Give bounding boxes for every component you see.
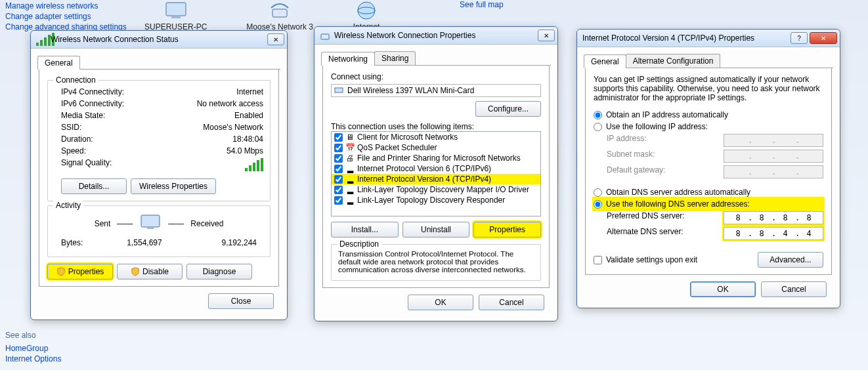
- link-see-full-map[interactable]: See full map: [460, 0, 504, 9]
- value-bytes-received: 9,192,244: [182, 238, 257, 247]
- ok-button[interactable]: OK: [690, 281, 756, 297]
- validate-checkbox[interactable]: [594, 256, 602, 264]
- wireless-properties-button[interactable]: Wireless Properties: [131, 178, 216, 194]
- label-ip-address: IP address:: [607, 134, 646, 147]
- label-speed: Speed:: [61, 146, 86, 155]
- protocol-icon: ▂: [345, 175, 355, 184]
- tab-general[interactable]: General: [37, 56, 80, 70]
- preferred-dns-field[interactable]: 8.8.8.8: [724, 211, 823, 224]
- radio-auto-dns[interactable]: [594, 188, 602, 197]
- window-connection-status: Wireless Network Connection Status ✕ Gen…: [30, 30, 288, 320]
- cancel-button[interactable]: Cancel: [479, 295, 544, 310]
- shield-icon: [56, 267, 66, 276]
- item-checkbox[interactable]: [334, 186, 343, 194]
- value-ipv6: No network access: [197, 99, 263, 108]
- close-icon[interactable]: ✕: [538, 30, 555, 41]
- tab-networking[interactable]: Networking: [321, 52, 375, 66]
- items-listbox[interactable]: 🖥Client for Microsoft Networks 📅QoS Pack…: [331, 131, 541, 216]
- list-item[interactable]: 🖥Client for Microsoft Networks: [332, 132, 540, 142]
- item-properties-button[interactable]: Properties: [473, 222, 541, 237]
- label-alternate-dns: Alternate DNS server:: [607, 227, 684, 240]
- see-also-heading: See also: [5, 331, 61, 340]
- protocol-icon: ▂: [345, 195, 355, 205]
- cancel-button[interactable]: Cancel: [761, 281, 827, 297]
- window-title: Wireless Network Connection Properties: [334, 31, 536, 40]
- group-activity: Activity: [53, 201, 83, 210]
- see-also: See also HomeGroup Internet Options: [5, 331, 61, 365]
- item-label: QoS Packet Scheduler: [357, 143, 437, 152]
- item-checkbox[interactable]: [334, 133, 343, 142]
- alternate-dns-field[interactable]: 8.8.4.4: [724, 227, 823, 240]
- item-label: Internet Protocol Version 4 (TCP/IPv4): [357, 175, 491, 184]
- value-duration: 18:48:04: [232, 134, 263, 144]
- value-signal-quality: [245, 158, 263, 173]
- label-gateway: Default gateway:: [607, 165, 665, 178]
- ok-button[interactable]: OK: [408, 295, 473, 310]
- close-icon[interactable]: ✕: [810, 32, 837, 44]
- close-button[interactable]: Close: [208, 293, 274, 309]
- item-label: Internet Protocol Version 6 (TCP/IPv6): [357, 164, 491, 173]
- configure-button[interactable]: Configure...: [475, 101, 541, 117]
- tab-general[interactable]: General: [584, 54, 626, 68]
- svg-rect-2: [272, 9, 287, 17]
- description-text: Transmission Control Protocol/Internet P…: [338, 250, 534, 274]
- label-static-dns: Use the following DNS server addresses:: [606, 199, 750, 209]
- label-sent: Sent: [95, 219, 111, 228]
- properties-button[interactable]: Properties: [47, 264, 113, 279]
- item-checkbox[interactable]: [334, 175, 343, 184]
- svg-rect-5: [141, 215, 160, 227]
- svg-rect-0: [166, 3, 186, 16]
- link-change-adapter[interactable]: Change adapter settings: [5, 12, 127, 21]
- list-item[interactable]: ▂Internet Protocol Version 6 (TCP/IPv6): [332, 163, 540, 174]
- window-connection-properties: Wireless Network Connection Properties ✕…: [314, 26, 558, 321]
- tab-sharing[interactable]: Sharing: [374, 51, 416, 65]
- item-checkbox[interactable]: [334, 144, 343, 152]
- label-validate: Validate settings upon exit: [606, 255, 697, 264]
- list-item[interactable]: 📅QoS Packet Scheduler: [332, 142, 540, 153]
- label-items: This connection uses the following items…: [331, 122, 541, 131]
- label-preferred-dns: Preferred DNS server:: [607, 211, 685, 224]
- disable-button[interactable]: Disable: [117, 264, 183, 279]
- label-ipv6: IPv6 Connectivity:: [61, 99, 124, 108]
- advanced-button[interactable]: Advanced...: [758, 252, 823, 268]
- list-item[interactable]: 🖨File and Printer Sharing for Microsoft …: [332, 153, 540, 163]
- list-item[interactable]: ▂Link-Layer Topology Discovery Responder: [332, 195, 540, 205]
- component-icon: 📅: [345, 143, 355, 152]
- shield-icon: [131, 267, 140, 276]
- value-ssid: Moose's Network: [203, 123, 263, 132]
- label-static-ip: Use the following IP address:: [606, 122, 708, 131]
- details-button[interactable]: Details...: [61, 178, 127, 194]
- svg-point-3: [358, 2, 375, 19]
- nav-links: Manage wireless networks Change adapter …: [5, 0, 127, 33]
- radio-auto-ip[interactable]: [594, 111, 602, 119]
- item-checkbox[interactable]: [334, 165, 343, 173]
- list-item[interactable]: ▂Link-Layer Topology Discovery Mapper I/…: [332, 184, 540, 195]
- close-icon[interactable]: ✕: [267, 33, 284, 45]
- help-button[interactable]: ?: [791, 32, 808, 44]
- intro-text: You can get IP settings assigned automat…: [594, 75, 823, 102]
- value-speed: 54.0 Mbps: [227, 146, 263, 155]
- link-manage-wireless[interactable]: Manage wireless networks: [5, 1, 127, 10]
- tab-alternate[interactable]: Alternate Configuration: [626, 54, 721, 68]
- svg-rect-6: [147, 227, 154, 229]
- subnet-field: ...: [724, 150, 823, 163]
- link-internet-options[interactable]: Internet Options: [5, 354, 61, 363]
- svg-rect-7: [321, 34, 329, 39]
- uninstall-button[interactable]: Uninstall: [402, 222, 470, 237]
- label-signal-quality: Signal Quality:: [61, 158, 112, 173]
- window-title: Internet Protocol Version 4 (TCP/IPv4) P…: [582, 33, 789, 43]
- radio-static-dns[interactable]: [594, 200, 602, 209]
- label-subnet: Subnet mask:: [607, 150, 655, 163]
- radio-static-ip[interactable]: [594, 123, 602, 131]
- label-auto-dns: Obtain DNS server address automatically: [606, 188, 750, 197]
- list-item-selected[interactable]: ▂Internet Protocol Version 4 (TCP/IPv4): [332, 174, 540, 184]
- monitor-icon: [139, 214, 162, 233]
- gateway-field: ...: [724, 165, 823, 178]
- component-icon: 🖥: [345, 133, 355, 142]
- diagnose-button[interactable]: Diagnose: [186, 264, 252, 279]
- item-checkbox[interactable]: [334, 196, 343, 205]
- item-label: Link-Layer Topology Discovery Responder: [357, 195, 505, 205]
- link-homegroup[interactable]: HomeGroup: [5, 344, 61, 353]
- item-checkbox[interactable]: [334, 154, 343, 163]
- install-button[interactable]: Install...: [331, 222, 399, 237]
